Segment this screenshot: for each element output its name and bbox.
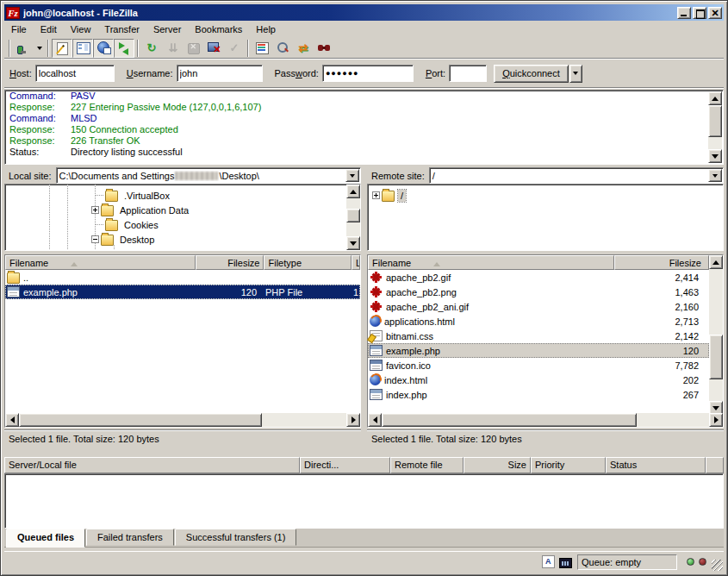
file-row[interactable]: index.php267	[368, 387, 709, 402]
menu-transfer[interactable]: Transfer	[97, 22, 146, 36]
scroll-up-button[interactable]	[709, 255, 723, 269]
collapse-minus-icon[interactable]	[91, 235, 99, 243]
cancel-operation-button[interactable]	[183, 39, 203, 58]
file-row-example-php[interactable]: example.php 120 PHP File 1	[5, 285, 360, 299]
menu-edit[interactable]: Edit	[34, 22, 64, 36]
menu-view[interactable]: View	[64, 22, 98, 36]
file-row-parent-dir[interactable]: ..	[5, 270, 360, 285]
file-row[interactable]: applications.html2,713	[368, 314, 709, 329]
process-queue-button[interactable]: ⇊	[162, 39, 183, 58]
scroll-down-button[interactable]	[346, 236, 360, 250]
column-header-filesize[interactable]: Filesize	[196, 255, 264, 270]
refresh-button[interactable]: ↻	[141, 39, 162, 58]
speed-limit-icon[interactable]	[559, 558, 572, 568]
transfer-queue-list[interactable]	[4, 473, 724, 529]
scroll-thumb[interactable]	[19, 413, 262, 427]
site-manager-button[interactable]	[13, 39, 34, 58]
file-row[interactable]: bitnami.css2,142	[368, 329, 709, 343]
menu-bookmarks[interactable]: Bookmarks	[188, 22, 249, 36]
column-header-filetype[interactable]: Filetype	[264, 255, 352, 270]
close-button[interactable]: ✕	[708, 7, 722, 19]
file-row[interactable]: index.html202	[368, 373, 709, 387]
synchronized-browsing-button[interactable]: ⇄	[293, 39, 314, 58]
scroll-up-button[interactable]	[346, 185, 360, 198]
toggle-remote-tree-button[interactable]	[93, 39, 114, 58]
username-input[interactable]	[177, 65, 263, 82]
find-files-button[interactable]	[314, 39, 334, 58]
scroll-thumb[interactable]	[382, 413, 637, 427]
title-bar[interactable]: Fz john@localhost - FileZilla ✕	[4, 4, 724, 21]
tree-item-virtualbox[interactable]: .VirtualBox	[103, 188, 172, 203]
combo-dropdown-button[interactable]	[345, 169, 359, 182]
toggle-message-log-button[interactable]	[52, 39, 72, 58]
tab-successful-transfers[interactable]: Successful transfers (1)	[175, 529, 297, 546]
column-header-remote-file[interactable]: Remote file	[390, 457, 464, 473]
scroll-up-button[interactable]	[708, 91, 722, 105]
column-header-direction[interactable]: Directi...	[300, 457, 390, 473]
file-row[interactable]: apache_pb2_ani.gif2,160	[368, 299, 709, 314]
quickconnect-button[interactable]: Quickconnect	[494, 65, 569, 83]
remote-directory-tree[interactable]: /	[367, 184, 724, 251]
quickconnect-dropdown-button[interactable]	[569, 65, 582, 83]
local-site-combobox[interactable]: C:\Documents and Settings\Desktop\	[56, 167, 361, 184]
remote-list-scrollbar[interactable]	[709, 255, 723, 415]
file-row[interactable]: apache_pb2.gif2,414	[368, 270, 709, 285]
log-scrollbar[interactable]	[708, 91, 722, 163]
disconnect-button[interactable]	[203, 39, 224, 58]
remote-site-combobox[interactable]: /	[429, 167, 724, 184]
column-header-status[interactable]: Status	[606, 457, 706, 473]
menu-help[interactable]: Help	[249, 22, 283, 36]
local-tree-scrollbar[interactable]	[346, 185, 360, 250]
password-input[interactable]	[322, 65, 414, 82]
remote-list-hscrollbar[interactable]	[368, 413, 723, 427]
tree-item-cookies[interactable]: Cookies	[103, 217, 161, 232]
tree-item-application-data[interactable]: Application Data	[91, 203, 191, 217]
tree-item-root[interactable]: /	[372, 188, 406, 203]
column-header-empty	[706, 457, 724, 473]
menu-server[interactable]: Server	[146, 22, 188, 36]
local-list-hscrollbar[interactable]	[5, 413, 360, 427]
column-header-filename[interactable]: Filename	[368, 255, 614, 270]
column-header-server-local-file[interactable]: Server/Local file	[4, 457, 300, 473]
column-header-last-modified[interactable]: L	[352, 255, 360, 270]
site-manager-dropdown-button[interactable]	[34, 39, 45, 58]
log-message: 227 Entering Passive Mode (127,0,0,1,6,1…	[71, 102, 261, 113]
directory-listing-filters-button[interactable]	[252, 39, 272, 58]
menu-file[interactable]: File	[4, 22, 34, 36]
column-header-priority[interactable]: Priority	[531, 457, 606, 473]
scroll-thumb[interactable]	[709, 335, 723, 379]
host-input[interactable]	[35, 65, 115, 82]
toggle-transfer-queue-button[interactable]	[114, 39, 134, 58]
expand-plus-icon[interactable]	[91, 206, 99, 214]
column-header-filesize[interactable]: Filesize	[614, 255, 709, 270]
expand-plus-icon[interactable]	[372, 191, 380, 199]
column-header-filename[interactable]: Filename	[5, 255, 196, 270]
chevron-down-icon	[37, 47, 42, 50]
directory-comparison-button[interactable]	[272, 39, 293, 58]
port-input[interactable]	[449, 65, 487, 82]
file-row-selected[interactable]: example.php120	[368, 343, 709, 358]
reconnect-button[interactable]: ✓	[224, 39, 245, 58]
resize-grip[interactable]	[712, 560, 723, 571]
maximize-button[interactable]	[693, 7, 706, 19]
scroll-thumb[interactable]	[346, 209, 360, 222]
toggle-local-tree-button[interactable]	[72, 39, 93, 58]
scroll-right-button[interactable]	[346, 413, 360, 427]
file-row[interactable]: apache_pb2.png1,463	[368, 285, 709, 299]
scroll-left-button[interactable]	[5, 413, 19, 427]
scroll-left-button[interactable]	[368, 413, 382, 427]
scroll-right-button[interactable]	[709, 413, 723, 427]
scroll-thumb[interactable]	[708, 105, 722, 137]
tree-item-desktop[interactable]: Desktop	[91, 232, 157, 247]
scroll-down-button[interactable]	[708, 149, 722, 163]
combo-dropdown-button[interactable]	[708, 169, 722, 182]
file-row[interactable]: favicon.ico7,782	[368, 358, 709, 373]
data-type-ascii-icon[interactable]	[542, 555, 555, 568]
tab-queued-files[interactable]: Queued files	[6, 529, 85, 548]
column-header-size[interactable]: Size	[464, 457, 531, 473]
tab-failed-transfers[interactable]: Failed transfers	[86, 529, 174, 546]
local-directory-tree[interactable]: .VirtualBox Application Data Cookies Des…	[4, 184, 361, 251]
host-label: Host:	[9, 68, 32, 78]
activity-led-red-icon	[699, 558, 706, 566]
minimize-button[interactable]	[677, 7, 691, 19]
